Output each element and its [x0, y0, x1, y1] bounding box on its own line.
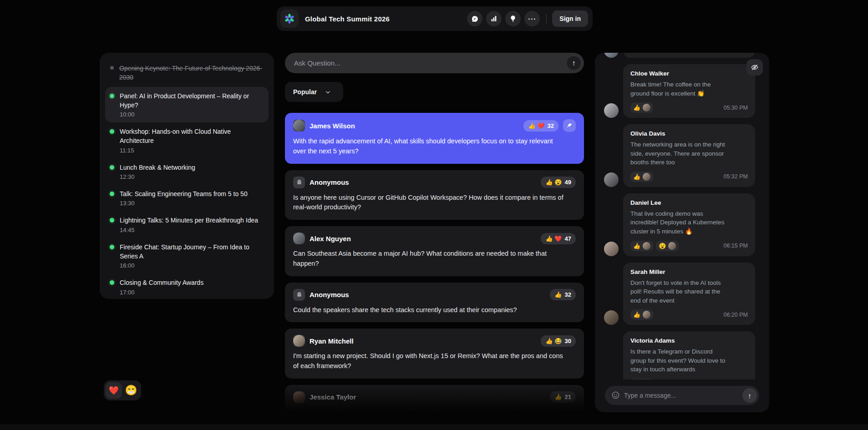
- session-status-dot: [110, 280, 114, 285]
- reaction-emojis: 👍: [554, 291, 562, 298]
- session-status-dot: [110, 218, 114, 223]
- James Wilson[interactable]: James Wilson 👍 ❤️ 32 With the rapid adva…: [285, 113, 584, 164]
- chat-author-avatar: [604, 103, 619, 118]
- qa-tab-button[interactable]: [467, 11, 482, 26]
- submit-question-button[interactable]: ↑: [566, 56, 581, 71]
- sign-in-button[interactable]: Sign in: [552, 10, 588, 27]
- agenda-session-item[interactable]: Talk: Scaling Engineering Teams from 5 t…: [105, 185, 269, 211]
- Daniel Lee: Daniel Lee That live coding demo was inc…: [604, 193, 760, 256]
- question-author-avatar: [293, 289, 305, 301]
- question-reactions-badge[interactable]: 👍 ❤️ 32: [523, 120, 558, 132]
- quick-reaction-button[interactable]: 😁: [123, 382, 139, 399]
- chat-reaction-list: 👍: [630, 172, 653, 182]
- chat-reaction-chip[interactable]: 😮: [656, 241, 679, 251]
- session-time: 14:45: [120, 227, 258, 233]
- chat-timestamp: 05:30 PM: [723, 105, 748, 111]
- question-reactions-badge[interactable]: 👍 😂 30: [541, 335, 576, 347]
- chat-reaction-chip[interactable]: 👍: [630, 241, 653, 251]
- reaction-emoji: 😮: [659, 243, 666, 249]
- question-reactions-badge[interactable]: 👍 ❤️ 47: [541, 233, 576, 244]
- reactor-avatar: [643, 242, 650, 250]
- agenda-session-item[interactable]: Fireside Chat: Startup Journey – From Id…: [105, 238, 269, 274]
- qa-column: ↑ Popular James Wilson: [285, 53, 584, 422]
- agenda-session-item[interactable]: Closing & Community Awards 17:00: [105, 273, 269, 299]
- send-message-button[interactable]: ↑: [742, 388, 757, 403]
- chat-reaction-list: 👍: [630, 102, 653, 113]
- reaction-emoji: 👍: [633, 243, 640, 249]
- chat-message-input[interactable]: [605, 386, 759, 405]
- question-author-name: Alex Nguyen: [310, 235, 351, 243]
- chat-author-name: Sarah Miller: [630, 268, 748, 275]
- ask-question-input[interactable]: [285, 53, 584, 73]
- session-title: Fireside Chat: Startup Journey – From Id…: [120, 243, 264, 261]
- event-title: Global Tech Summit 2026: [305, 15, 390, 23]
- reaction-emoji: 👍: [633, 311, 640, 318]
- flower-logo-icon: [284, 13, 295, 24]
- pin-button[interactable]: [563, 119, 576, 132]
- up-arrow-icon: ↑: [572, 59, 576, 67]
- more-menu-button[interactable]: ···: [524, 11, 540, 26]
- Anonymous[interactable]: Anonymous 👍 32 Could the speakers share …: [285, 283, 584, 323]
- reaction-emoji: 👍: [633, 104, 640, 111]
- Olivia Davis: Olivia Davis The networking area is on t…: [604, 124, 760, 187]
- chat-bubble-icon: [471, 15, 479, 23]
- polls-tab-button[interactable]: [486, 11, 502, 26]
- avatar-photo: [293, 391, 305, 403]
- agenda-session-item[interactable]: Opening Keynote: The Future of Technolog…: [105, 59, 269, 87]
- question-reactions-badge[interactable]: 👍 32: [550, 289, 576, 300]
- reaction-emojis: 👍 ❤️: [528, 122, 544, 129]
- bar-chart-icon: [490, 15, 497, 22]
- question-author-name: Ryan Mitchell: [310, 337, 354, 345]
- agenda-session-item[interactable]: Panel: AI in Product Development – Reali…: [105, 87, 269, 123]
- question-author-avatar: [293, 177, 305, 188]
- chat-bubble: Daniel Lee That live coding demo was inc…: [623, 193, 755, 256]
- quick-reaction-button[interactable]: ❤️: [106, 382, 122, 399]
- session-status-dot: [110, 192, 114, 196]
- chat-reaction-list: 👍: [630, 379, 653, 379]
- Victoria Adams: Victoria Adams Is there a Telegram or Di…: [604, 331, 760, 379]
- Anonymous[interactable]: Anonymous 👍 😮 49 Is anyone here using Cu…: [285, 170, 584, 220]
- reaction-count: 47: [565, 235, 571, 242]
- chat-reaction-chip[interactable]: 👍: [630, 379, 653, 379]
- avatar-photo: [293, 233, 305, 244]
- chat-reaction-list: 👍: [630, 309, 653, 320]
- chat-timestamp: 05:32 PM: [723, 173, 748, 180]
- chat-bubble: Sarah Miller Don't forget to vote in the…: [623, 263, 755, 325]
- agenda-session-item[interactable]: Workshop: Hands-on with Cloud Native Arc…: [105, 122, 269, 158]
- anonymous-ghost-icon: [296, 291, 303, 298]
- question-author-avatar: [293, 335, 305, 347]
- question-reactions-badge[interactable]: 👍 21: [550, 391, 576, 403]
- agenda-session-item[interactable]: Lightning Talks: 5 Minutes per Breakthro…: [105, 211, 269, 238]
- reaction-emoji: 😁: [125, 384, 137, 396]
- chevron-down-icon: [325, 89, 331, 95]
- Jessica Taylor[interactable]: Jessica Taylor 👍 21 What does the IT hir…: [285, 385, 584, 422]
- ellipsis-icon: ···: [528, 15, 536, 22]
- question-reactions-badge[interactable]: 👍 😮 49: [541, 177, 576, 188]
- Chloe Walker: Chloe Walker Break time! The coffee on t…: [604, 64, 760, 118]
- chat-reaction-chip[interactable]: 👍: [630, 172, 653, 182]
- chat-reaction-chip[interactable]: 👍: [630, 309, 653, 320]
- chat-author-name: Victoria Adams: [630, 337, 748, 344]
- ideas-tab-button[interactable]: [505, 11, 521, 26]
- sort-dropdown[interactable]: Popular: [285, 82, 343, 102]
- app-header: Global Tech Summit 2026 ··· Sign in: [277, 6, 593, 31]
- question-text: I'm starting a new project. Should I go …: [293, 351, 566, 371]
- chat-message-text: The networking area is on the right side…: [630, 140, 728, 167]
- session-time: 10:00: [120, 111, 264, 118]
- session-status-dot: [110, 245, 114, 249]
- question-author-avatar: [293, 120, 305, 132]
- pin-icon: [566, 122, 573, 129]
- lightbulb-icon: [509, 15, 517, 22]
- event-logo: [280, 10, 299, 28]
- chat-panel: ❤️ 05:08 PM Chloe Walker Break time! The…: [595, 53, 769, 412]
- chat-author-avatar: [604, 310, 619, 325]
- reactor-avatar: [668, 242, 676, 250]
- hide-chat-button[interactable]: [746, 59, 763, 76]
- Alex Nguyen[interactable]: Alex Nguyen 👍 ❤️ 47 Can Southeast Asia b…: [285, 226, 584, 276]
- emoji-picker-icon[interactable]: [611, 391, 620, 400]
- question-author-name: Anonymous: [310, 291, 349, 298]
- chat-bubble: Chloe Walker Break time! The coffee on t…: [623, 64, 755, 118]
- chat-reaction-chip[interactable]: 👍: [630, 102, 653, 113]
- Ryan Mitchell[interactable]: Ryan Mitchell 👍 😂 30 I'm starting a new …: [285, 329, 584, 379]
- agenda-session-item[interactable]: Lunch Break & Networking 12:30: [105, 158, 269, 185]
